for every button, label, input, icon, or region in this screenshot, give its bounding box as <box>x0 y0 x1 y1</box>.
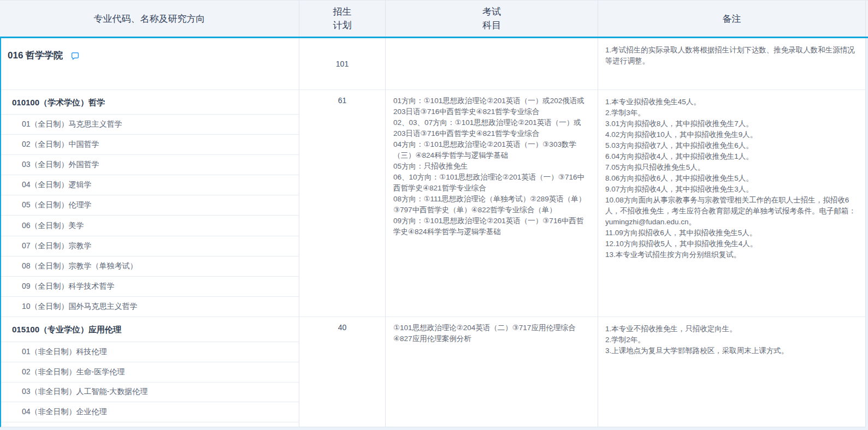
note-line: 8.06方向拟招收6人，其中拟招收推免生5人。 <box>605 173 859 184</box>
direction-row: 08（全日制）宗教学（单独考试） <box>1 256 299 277</box>
school-name: 016 哲学学院 <box>8 49 63 62</box>
direction-label: 06（全日制）美学 <box>22 221 84 231</box>
major-code-name: 015100（专业学位）应用伦理 <box>1 317 299 342</box>
exam-line: 02、03、07方向：①101思想政治理论②201英语（一）或203日语③716… <box>393 117 590 139</box>
direction-label: 01（全日制）马克思主义哲学 <box>22 120 122 129</box>
major-directions-cell: 010100（学术学位）哲学 01（全日制）马克思主义哲学 02（全日制）中国哲… <box>1 90 299 316</box>
direction-row: 03（全日制）外国哲学 <box>1 155 299 175</box>
table-header: 专业代码、名称及研究方向 招生 计划 考试 科目 备注 <box>0 0 868 37</box>
note-line: 2.学制3年。 <box>605 108 859 118</box>
direction-row: 05（全日制）伦理学 <box>1 195 299 216</box>
major-notes-cell: 1.本专业拟招收推免生45人。 2.学制3年。 3.01方向拟招收8人，其中拟招… <box>598 90 866 316</box>
major-code-name: 010100（学术学位）哲学 <box>1 90 299 115</box>
exam-line: 09方向：①101思想政治理论②201英语（一）③716中西哲学史④824科学哲… <box>393 216 590 237</box>
direction-label: 01（非全日制）科技伦理 <box>22 347 107 357</box>
direction-label: 05（全日制）伦理学 <box>22 200 92 210</box>
direction-row: 01（全日制）马克思主义哲学 <box>1 115 299 135</box>
direction-label: 02（非全日制）生命-医学伦理 <box>22 367 125 377</box>
header-exam-label-line1: 考试 <box>482 5 501 19</box>
note-line: 10.08方向面向从事宗教事务与宗教管理相关工作的在职人士招生，拟招收6人，不招… <box>605 195 859 228</box>
note-line: 5.03方向拟招收7人，其中拟招收推免生6人。 <box>605 140 859 151</box>
direction-label: 02（全日制）中国哲学 <box>22 140 99 150</box>
direction-label: 03（全日制）外国哲学 <box>22 160 99 170</box>
major-notes-cell: 1.本专业不招收推免生，只招收定向生。 2.学制2年。 3.上课地点为复旦大学邯… <box>598 317 866 427</box>
note-line: 1.本专业不招收推免生，只招收定向生。 <box>605 324 859 335</box>
exam-line: 05方向：只招收推免生 <box>393 161 590 172</box>
note-line: 13.本专业考试招生按方向分别组织复试。 <box>605 249 859 260</box>
major-plan-cell: 61 <box>299 90 386 316</box>
major-directions-cell: 015100（专业学位）应用伦理 01（非全日制）科技伦理 02（非全日制）生命… <box>1 317 299 427</box>
comment-bubble-icon[interactable] <box>70 51 80 61</box>
exam-line: ①101思想政治理论②204英语（二）③717应用伦理综合④827应用伦理案例分… <box>393 322 590 344</box>
direction-row: 10（全日制）国外马克思主义哲学 <box>1 297 299 316</box>
note-line: 12.10方向拟招收5人，其中拟招收推免生4人。 <box>605 238 859 249</box>
exam-line: 01方向：①101思想政治理论②201英语（一）或202俄语或203日语③716… <box>393 95 590 117</box>
direction-label: 08（全日制）宗教学（单独考试） <box>22 261 138 271</box>
major-plan-cell: 40 <box>299 317 386 427</box>
direction-row: 03（非全日制）人工智能-大数据伦理 <box>1 383 299 403</box>
direction-row: 01（非全日制）科技伦理 <box>1 342 299 362</box>
school-row: 016 哲学学院 101 1.考试招生的实际录取人数将根据招生计划下达数、推免录… <box>1 38 866 90</box>
admissions-table-body: 016 哲学学院 101 1.考试招生的实际录取人数将根据招生计划下达数、推免录… <box>0 38 866 427</box>
school-notes-cell: 1.考试招生的实际录取人数将根据招生计划下达数、推免录取人数和生源情况等进行调整… <box>598 38 866 89</box>
page: { "theme": { "accent_blue": "#0fa7dd", "… <box>0 0 868 430</box>
plan-value: 61 <box>338 96 347 105</box>
plan-value: 40 <box>338 323 347 332</box>
direction-label: 07（全日制）宗教学 <box>22 241 92 251</box>
header-exam-label-line2: 科目 <box>482 19 501 32</box>
header-major-label: 专业代码、名称及研究方向 <box>94 12 205 26</box>
direction-label: 04（全日制）逻辑学 <box>22 180 92 190</box>
direction-label: 03（非全日制）人工智能-大数据伦理 <box>22 387 147 397</box>
header-cell-exam: 考试 科目 <box>386 1 598 37</box>
school-name-cell: 016 哲学学院 <box>1 38 299 89</box>
header-cell-major: 专业代码、名称及研究方向 <box>0 1 299 37</box>
note-line: 1.本专业拟招收推免生45人。 <box>605 97 859 108</box>
note-line: 9.07方向拟招收4人，其中拟招收推免生3人。 <box>605 184 859 195</box>
note-line: 6.04方向拟招收4人，其中拟招收推免生1人。 <box>605 151 859 162</box>
note-line: 3.上课地点为复旦大学邯郸路校区，采取周末上课方式。 <box>605 345 859 356</box>
note-line: 1.考试招生的实际录取人数将根据招生计划下达数、推免录取人数和生源情况等进行调整… <box>605 45 859 67</box>
direction-row: 09（全日制）科学技术哲学 <box>1 277 299 297</box>
major-exam-cell: ①101思想政治理论②204英语（二）③717应用伦理综合④827应用伦理案例分… <box>386 317 598 427</box>
direction-row: 04（非全日制）企业伦理 <box>1 402 299 422</box>
direction-row: 02（非全日制）生命-医学伦理 <box>1 362 299 383</box>
exam-line: 06、10方向：①101思想政治理论②201英语（一）③716中西哲学史④821… <box>393 172 590 194</box>
header-plan-label-line1: 招生 <box>333 5 352 19</box>
direction-row: 06（全日制）美学 <box>1 216 299 236</box>
direction-row: 02（全日制）中国哲学 <box>1 135 299 155</box>
major-exam-cell: 01方向：①101思想政治理论②201英语（一）或202俄语或203日语③716… <box>386 90 598 316</box>
plan-value: 101 <box>336 59 349 68</box>
note-line: 3.01方向拟招收8人，其中拟招收推免生7人。 <box>605 118 859 129</box>
school-exam-cell <box>386 38 598 89</box>
header-plan-label-line2: 计划 <box>333 19 352 32</box>
direction-label: 04（非全日制）企业伦理 <box>22 407 107 417</box>
direction-row: 04（全日制）逻辑学 <box>1 175 299 195</box>
direction-label: 09（全日制）科学技术哲学 <box>22 282 115 291</box>
exam-line: 04方向：①101思想政治理论②201英语（一）③303数学（三）④824科学哲… <box>393 139 590 161</box>
note-line: 11.09方向拟招收6人，其中拟招收推免生5人。 <box>605 228 859 238</box>
note-line: 7.05方向拟只招收推免生5人。 <box>605 162 859 173</box>
direction-label: 10（全日制）国外马克思主义哲学 <box>22 302 138 312</box>
direction-row: 07（全日制）宗教学 <box>1 236 299 256</box>
header-cell-notes: 备注 <box>598 1 866 37</box>
header-notes-label: 备注 <box>723 12 741 26</box>
exam-line: 08方向：①111思想政治理论（单独考试）②289英语（单）③797中西哲学史（… <box>393 194 590 216</box>
major-block-015100: 015100（专业学位）应用伦理 01（非全日制）科技伦理 02（非全日制）生命… <box>1 317 866 427</box>
header-cell-plan: 招生 计划 <box>299 1 386 37</box>
school-plan-cell: 101 <box>299 38 386 89</box>
major-block-010100: 010100（学术学位）哲学 01（全日制）马克思主义哲学 02（全日制）中国哲… <box>1 90 866 317</box>
note-line: 4.02方向拟招收10人，其中拟招收推免生9人。 <box>605 129 859 140</box>
note-line: 2.学制2年。 <box>605 335 859 345</box>
